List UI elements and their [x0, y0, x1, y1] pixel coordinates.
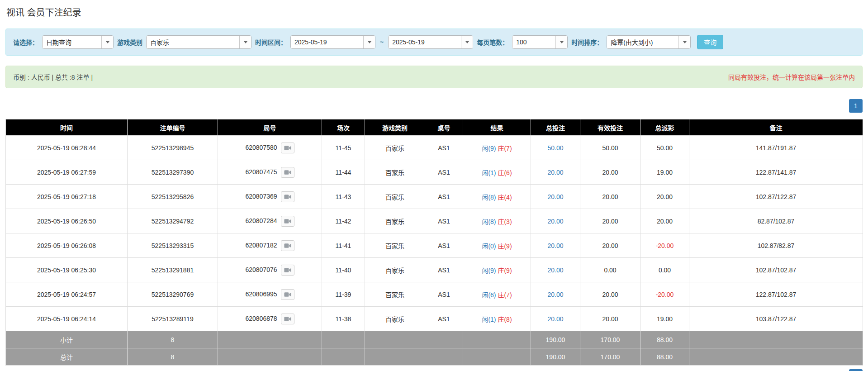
header-total-bet: 总投注	[531, 119, 580, 136]
cell-total-bet: 20.00	[531, 185, 580, 209]
date-range-separator: ~	[379, 38, 384, 46]
header-game-type: 游戏类别	[365, 119, 425, 136]
video-camera-icon	[284, 316, 291, 322]
cell-time: 2025-05-19 06:26:50	[6, 209, 128, 233]
query-type-dropdown-button[interactable]	[101, 36, 113, 48]
total-bet-link[interactable]: 20.00	[547, 242, 563, 249]
video-replay-button[interactable]	[281, 240, 294, 251]
caret-down-icon	[106, 41, 109, 43]
cell-round-id: 620807284	[218, 209, 322, 233]
header-remark: 备注	[689, 119, 863, 136]
cell-remark: 103.87/122.87	[689, 307, 863, 331]
date-to-dropdown-button[interactable]	[461, 36, 473, 48]
header-table-no: 桌号	[425, 119, 463, 136]
cell-round-id: 620807475	[218, 160, 322, 185]
video-camera-icon	[284, 145, 291, 151]
game-type-combobox	[146, 35, 251, 49]
game-type-input[interactable]	[147, 36, 239, 48]
pagination-page-1[interactable]: 1	[849, 99, 863, 113]
video-replay-button[interactable]	[281, 314, 294, 324]
pagination-page-1[interactable]: 1	[849, 369, 863, 371]
result-banker: 庄(8)	[498, 316, 512, 323]
cell-session: 11-42	[322, 209, 365, 233]
cell-total-bet: 20.00	[531, 258, 580, 282]
grand-total-row: 总计 8 190.00 170.00 88.00	[6, 348, 863, 366]
cell-session: 11-38	[322, 307, 365, 331]
game-type-dropdown-button[interactable]	[239, 36, 251, 48]
cell-payout: 0.00	[640, 258, 689, 282]
page-size-label: 每页笔数：	[477, 38, 508, 47]
total-bet-link[interactable]: 20.00	[547, 266, 563, 274]
cell-game-type: 百家乐	[365, 209, 425, 233]
video-replay-button[interactable]	[281, 265, 294, 276]
round-id-value: 620807580	[245, 143, 277, 151]
video-replay-button[interactable]	[281, 289, 294, 300]
total-bet-link[interactable]: 20.00	[547, 291, 563, 298]
round-id-value: 620807369	[245, 192, 277, 200]
table-row: 2025-05-19 06:27:59 522513297390 6208074…	[6, 160, 863, 185]
payout-value: -20.00	[656, 291, 674, 298]
caret-down-icon	[560, 41, 564, 43]
total-bet-link[interactable]: 20.00	[547, 193, 563, 200]
result-banker: 庄(7)	[498, 145, 512, 152]
cell-table-no: AS1	[425, 209, 463, 233]
page-size-dropdown-button[interactable]	[555, 36, 567, 48]
date-to-input[interactable]	[389, 36, 461, 48]
query-type-combobox	[42, 35, 114, 49]
cell-session: 11-43	[322, 185, 365, 209]
total-bet-link[interactable]: 20.00	[547, 315, 563, 323]
video-replay-button[interactable]	[281, 167, 294, 178]
payout-value: 50.00	[657, 144, 673, 152]
page-size-input[interactable]	[512, 36, 555, 48]
video-camera-icon	[284, 170, 291, 175]
cell-result: 闲(9) 庄(9)	[463, 258, 531, 282]
page-size-combobox	[512, 35, 568, 49]
table-row: 2025-05-19 06:26:08 522513293315 6208071…	[6, 233, 863, 258]
video-replay-button[interactable]	[281, 191, 294, 202]
video-camera-icon	[284, 243, 291, 248]
result-player: 闲(1)	[482, 169, 496, 176]
payout-value: 19.00	[657, 169, 673, 176]
cell-valid-bet: 20.00	[580, 233, 640, 258]
cell-valid-bet: 50.00	[580, 136, 640, 160]
video-replay-button[interactable]	[281, 143, 294, 153]
sort-order-input[interactable]	[607, 36, 678, 48]
cell-time: 2025-05-19 06:24:14	[6, 307, 128, 331]
total-bet-link[interactable]: 50.00	[547, 144, 563, 152]
subtotal-label: 小计	[6, 331, 128, 348]
sort-order-dropdown-button[interactable]	[678, 36, 690, 48]
cell-round-id: 620806878	[218, 307, 322, 331]
subtotal-total-bet: 190.00	[531, 331, 580, 348]
cell-result: 闲(1) 庄(6)	[463, 160, 531, 185]
cell-valid-bet: 20.00	[580, 209, 640, 233]
grand-total-label: 总计	[6, 348, 128, 366]
cell-session: 11-39	[322, 282, 365, 307]
date-from-dropdown-button[interactable]	[363, 36, 375, 48]
cell-table-no: AS1	[425, 136, 463, 160]
grand-total-valid-bet: 170.00	[580, 348, 640, 366]
total-bet-link[interactable]: 20.00	[547, 218, 563, 225]
cell-remark: 122.87/102.87	[689, 282, 863, 307]
cell-table-no: AS1	[425, 258, 463, 282]
cell-total-bet: 20.00	[531, 160, 580, 185]
cell-game-type: 百家乐	[365, 282, 425, 307]
cell-result: 闲(8) 庄(4)	[463, 185, 531, 209]
cell-bet-id: 522513293315	[128, 233, 218, 258]
query-type-input[interactable]	[43, 36, 101, 48]
cell-payout: -20.00	[640, 233, 689, 258]
cell-valid-bet: 20.00	[580, 185, 640, 209]
date-from-input[interactable]	[291, 36, 363, 48]
result-banker: 庄(9)	[498, 267, 512, 274]
search-button[interactable]: 查询	[697, 35, 723, 49]
subtotal-payout: 88.00	[640, 331, 689, 348]
cell-game-type: 百家乐	[365, 160, 425, 185]
round-id-value: 620806995	[245, 290, 277, 297]
video-replay-button[interactable]	[281, 216, 294, 227]
cell-total-bet: 20.00	[531, 209, 580, 233]
cell-remark: 102.87/102.87	[689, 258, 863, 282]
cell-table-no: AS1	[425, 233, 463, 258]
total-bet-link[interactable]: 20.00	[547, 169, 563, 176]
cell-total-bet: 50.00	[531, 136, 580, 160]
cell-time: 2025-05-19 06:27:59	[6, 160, 128, 185]
cell-payout: -20.00	[640, 282, 689, 307]
